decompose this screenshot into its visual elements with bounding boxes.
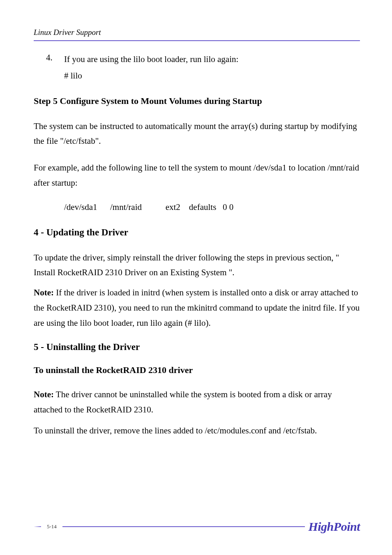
section5-subheading: To uninstall the RocketRAID 2310 driver (34, 365, 360, 375)
page-footer: 5-14 HighPoint (34, 520, 360, 534)
section4-heading: 4 - Updating the Driver (34, 227, 360, 238)
section5-note: Note: The driver cannot be uninstalled w… (34, 387, 360, 417)
footer-line-left (34, 526, 41, 527)
list-item-4: 4. If you are using the lilo boot loader… (46, 53, 360, 67)
section5-para2: To uninstall the driver, remove the line… (34, 423, 360, 438)
list-number: 4. (46, 53, 64, 67)
step5-para2: For example, add the following line to t… (34, 160, 360, 191)
page-number: 5-14 (41, 523, 62, 530)
note-text: If the driver is loaded in initrd (when … (34, 288, 360, 328)
note-label: Note: (34, 389, 54, 399)
step5-heading: Step 5 Configure System to Mount Volumes… (34, 96, 360, 106)
fstab-example: /dev/sda1 /mnt/raid ext2 defaults 0 0 (64, 202, 360, 212)
note-label: Note: (34, 288, 54, 297)
code-lilo: # lilo (64, 71, 360, 81)
footer-line-right (62, 526, 305, 527)
highpoint-logo: HighPoint (308, 520, 360, 534)
note-text: The driver cannot be uninstalled while t… (34, 389, 332, 415)
section5-heading: 5 - Uninstalling the Driver (34, 342, 360, 352)
list-text: If you are using the lilo boot loader, r… (64, 53, 238, 67)
running-header: Linux Driver Support (34, 28, 360, 37)
header-divider (34, 40, 360, 41)
section4-para1: To update the driver, simply reinstall t… (34, 250, 360, 281)
step5-para1: The system can be instructed to automati… (34, 119, 360, 149)
section4-note: Note: If the driver is loaded in initrd … (34, 285, 360, 330)
